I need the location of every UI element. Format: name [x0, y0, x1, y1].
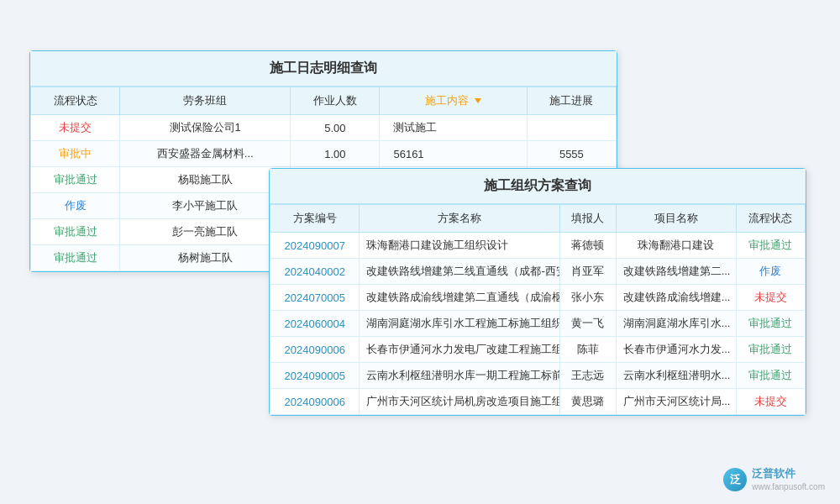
- plan-status-cell: 审批通过: [736, 311, 805, 337]
- plan-name-cell: 广州市天河区统计局机房改造项目施工组: [360, 389, 559, 415]
- col-group: 劳务班组: [120, 87, 291, 115]
- group-cell: 杨聪施工队: [120, 167, 291, 193]
- status-cell: 审批中: [31, 141, 120, 167]
- plan-status-cell: 审批通过: [736, 233, 805, 259]
- progress-cell: 5555: [527, 141, 616, 167]
- content-cell: 测试施工: [380, 115, 527, 141]
- status-cell: 审批通过: [31, 245, 120, 271]
- plan-id-cell: 2024090007: [270, 233, 360, 259]
- table-row: 2024060004 湖南洞庭湖水库引水工程施工标施工组织 黄一飞 湖南洞庭湖水…: [270, 311, 806, 337]
- group-cell: 彭一亮施工队: [120, 219, 291, 245]
- project-cell: 珠海翻港口建设: [616, 233, 736, 259]
- plan-status-cell: 审批通过: [736, 363, 805, 389]
- plan-id-cell: 2024070005: [270, 285, 360, 311]
- status-cell: 作废: [31, 193, 120, 219]
- logo-main: 泛普软件: [752, 467, 795, 481]
- project-cell: 改建铁路成渝线增建...: [616, 285, 736, 311]
- plan-status-cell: 作废: [736, 259, 805, 285]
- plan-id-cell: 2024090005: [270, 363, 360, 389]
- status-cell: 审批通过: [31, 219, 120, 245]
- col-project: 项目名称: [616, 205, 736, 233]
- col-progress: 施工进展: [527, 87, 616, 115]
- reporter-cell: 黄一飞: [559, 311, 616, 337]
- plan-name-cell: 长春市伊通河水力发电厂改建工程施工组: [360, 337, 559, 363]
- progress-cell: [527, 115, 616, 141]
- plan-name-cell: 改建铁路线增建第二线直通线（成都-西安: [360, 259, 559, 285]
- status-cell: 未提交: [31, 115, 120, 141]
- project-cell: 长春市伊通河水力发...: [616, 337, 736, 363]
- plan-status-cell: 审批通过: [736, 337, 805, 363]
- reporter-cell: 肖亚军: [559, 259, 616, 285]
- plan-id-cell: 2024060004: [270, 311, 360, 337]
- col-plan-status: 流程状态: [736, 205, 805, 233]
- group-cell: 李小平施工队: [120, 193, 291, 219]
- reporter-cell: 陈菲: [559, 337, 616, 363]
- reporter-cell: 张小东: [559, 285, 616, 311]
- project-cell: 云南水利枢纽潜明水...: [616, 363, 736, 389]
- group-cell: 杨树施工队: [120, 245, 291, 271]
- table-row: 2024090006 广州市天河区统计局机房改造项目施工组 黄思璐 广州市天河区…: [270, 389, 806, 415]
- construction-plan-table: 方案编号 方案名称 填报人 项目名称 流程状态 2024090007 珠海翻港口…: [270, 204, 806, 415]
- plan-id-cell: 2024090006: [270, 337, 360, 363]
- group-cell: 西安盛器金属材料...: [120, 141, 291, 167]
- workers-cell: 1.00: [291, 141, 380, 167]
- project-cell: 改建铁路线增建第二...: [616, 259, 736, 285]
- plan-id-cell: 2024090006: [270, 389, 360, 415]
- table-row: 审批中 西安盛器金属材料... 1.00 56161 5555: [31, 141, 617, 167]
- col-reporter: 填报人: [559, 205, 616, 233]
- table-row: 2024090006 长春市伊通河水力发电厂改建工程施工组 陈菲 长春市伊通河水…: [270, 337, 806, 363]
- construction-plan-panel: 施工组织方案查询 方案编号 方案名称 填报人 项目名称 流程状态 2024090…: [269, 168, 806, 416]
- plan-name-cell: 改建铁路成渝线增建第二直通线（成渝枢: [360, 285, 559, 311]
- plan-status-cell: 未提交: [736, 389, 805, 415]
- plan-name-cell: 珠海翻港口建设施工组织设计: [360, 233, 559, 259]
- daily-log-title: 施工日志明细查询: [30, 51, 617, 87]
- col-workers: 作业人数: [291, 87, 380, 115]
- group-cell: 测试保险公司1: [120, 115, 291, 141]
- construction-plan-title: 施工组织方案查询: [270, 169, 806, 204]
- sort-arrow-icon: [475, 98, 481, 103]
- status-cell: 审批通过: [31, 167, 120, 193]
- logo-icon: 泛: [723, 468, 747, 491]
- table-row: 2024090007 珠海翻港口建设施工组织设计 蒋德顿 珠海翻港口建设 审批通…: [270, 233, 806, 259]
- col-plan-name: 方案名称: [360, 205, 559, 233]
- plan-status-cell: 未提交: [736, 285, 805, 311]
- table-row: 2024070005 改建铁路成渝线增建第二直通线（成渝枢 张小东 改建铁路成渝…: [270, 285, 806, 311]
- company-logo: 泛 泛普软件 www.fanpusoft.com: [723, 467, 825, 492]
- project-cell: 广州市天河区统计局...: [616, 389, 736, 415]
- reporter-cell: 黄思璐: [559, 389, 616, 415]
- table-row: 2024090005 云南水利枢纽潜明水库一期工程施工标前 王志远 云南水利枢纽…: [270, 363, 806, 389]
- plan-name-cell: 云南水利枢纽潜明水库一期工程施工标前: [360, 363, 559, 389]
- workers-cell: 5.00: [291, 115, 380, 141]
- project-cell: 湖南洞庭湖水库引水...: [616, 311, 736, 337]
- plan-id-cell: 2024040002: [270, 259, 360, 285]
- col-content[interactable]: 施工内容: [380, 87, 527, 115]
- plan-name-cell: 湖南洞庭湖水库引水工程施工标施工组织: [360, 311, 559, 337]
- table-row: 未提交 测试保险公司1 5.00 测试施工: [31, 115, 617, 141]
- col-status: 流程状态: [31, 87, 120, 115]
- logo-sub: www.fanpusoft.com: [752, 481, 825, 492]
- content-cell: 56161: [380, 141, 527, 167]
- col-plan-id: 方案编号: [270, 205, 360, 233]
- reporter-cell: 王志远: [559, 363, 616, 389]
- table-row: 2024040002 改建铁路线增建第二线直通线（成都-西安 肖亚军 改建铁路线…: [270, 259, 806, 285]
- reporter-cell: 蒋德顿: [559, 233, 616, 259]
